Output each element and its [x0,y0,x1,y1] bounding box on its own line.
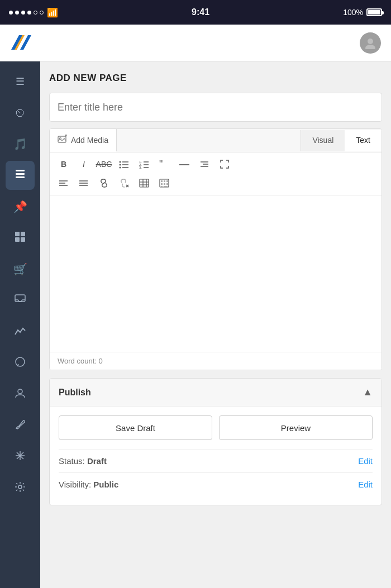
editor-container: Add Media Visual Text B I ABC [49,128,382,370]
inbox-icon [15,294,26,307]
sidebar-item-pins[interactable]: 📌 [6,192,35,221]
editor-body[interactable] [50,195,382,352]
svg-rect-56 [164,180,165,182]
sidebar-item-cart[interactable]: 🛒 [6,255,35,284]
sidebar-item-plugins[interactable] [6,442,35,471]
svg-rect-5 [16,170,25,171]
sidebar-item-users[interactable] [6,380,35,409]
publish-section: Publish ▲ Save Draft Preview Status: Dra… [49,378,382,505]
add-media-icon [58,135,68,145]
sidebar-item-analytics[interactable] [6,317,35,346]
svg-line-46 [103,183,106,184]
svg-rect-55 [161,180,163,182]
publish-header[interactable]: Publish ▲ [50,379,382,407]
status-edit-button[interactable]: Edit [358,456,373,466]
visibility-label: Visibility: Public [59,480,118,489]
wifi-icon: 📶 [47,7,58,18]
svg-rect-60 [166,183,168,185]
app-header [0,25,391,61]
users-icon [15,388,26,401]
sidebar-item-pages[interactable] [6,161,35,190]
publish-collapse-icon: ▲ [363,386,373,398]
sidebar-item-layout[interactable] [6,223,35,252]
svg-rect-8 [15,232,20,236]
dot-1 [9,11,13,15]
italic-button[interactable]: I [74,156,93,173]
special-chars-button[interactable] [155,175,174,192]
svg-text:": " [159,160,163,169]
pin-icon: 📌 [13,200,27,213]
align-right-button[interactable] [195,156,214,173]
status-right: 100% [343,8,382,17]
tab-visual[interactable]: Visual [301,130,345,151]
sidebar-item-menu[interactable]: ☰ [6,67,35,96]
align-justify-button[interactable] [74,175,93,192]
word-count: Word count: 0 [50,352,382,370]
publish-title: Publish [59,388,91,398]
layout-icon [15,231,26,245]
sidebar-item-appearance[interactable] [6,411,35,440]
status-row: Status: Draft Edit [59,449,373,472]
dot-6 [40,11,44,15]
dot-3 [21,11,25,15]
plugins-icon [15,450,26,464]
svg-point-4 [365,45,375,49]
svg-point-3 [368,39,373,44]
comments-icon [15,356,26,370]
view-tabs: Visual Text [301,130,382,151]
bold-button[interactable]: B [54,156,73,173]
sidebar-item-media[interactable]: 🎵 [6,130,35,159]
sidebar-item-comments[interactable] [6,348,35,377]
svg-point-19 [18,485,22,489]
svg-rect-9 [21,232,25,236]
preview-button[interactable]: Preview [219,415,373,440]
svg-rect-12 [15,295,25,302]
status-value: Draft [87,456,107,466]
battery-fill [368,10,380,15]
strikethrough-button[interactable]: ABC [94,156,113,173]
status-bar: 📶 9:41 100% [0,0,391,25]
align-left-button[interactable] [54,175,73,192]
page-title: ADD NEW PAGE [49,73,382,84]
visibility-edit-button[interactable]: Edit [358,480,373,489]
app-logo [10,33,34,53]
add-media-label: Add Media [71,136,108,145]
remove-link-button[interactable] [115,175,133,192]
horizontal-rule-button[interactable]: — [175,156,194,173]
svg-rect-6 [16,173,25,175]
menu-icon: ☰ [16,75,25,88]
dot-5 [34,11,37,15]
analytics-icon [15,326,26,338]
svg-rect-57 [166,180,168,182]
unordered-list-button[interactable] [115,156,133,173]
insert-table-button[interactable] [135,175,154,192]
save-draft-button[interactable]: Save Draft [59,415,212,440]
tab-text[interactable]: Text [345,130,382,151]
add-media-button[interactable]: Add Media [50,129,117,152]
signal-dots [9,11,44,15]
status-time: 9:41 [192,7,209,17]
svg-point-14 [18,389,22,394]
publish-body: Save Draft Preview Status: Draft Edit Vi… [50,407,382,505]
svg-rect-7 [16,176,25,178]
blockquote-button[interactable]: " [155,156,174,173]
dot-4 [27,11,31,15]
sidebar-item-inbox[interactable] [6,286,35,315]
svg-rect-61 [161,186,163,187]
ordered-list-button[interactable]: 1. 2. 3. [135,156,154,173]
toolbar-row-1: B I ABC [54,156,377,173]
sidebar-item-dashboard[interactable]: ⏲ [6,98,35,127]
fullscreen-button[interactable] [215,156,234,173]
insert-link-button[interactable] [94,175,113,192]
svg-text:3.: 3. [139,166,142,169]
svg-rect-49 [140,179,149,187]
visibility-row: Visibility: Public Edit [59,472,373,496]
content-area: ADD NEW PAGE Add Media [40,61,391,588]
dot-2 [15,11,19,15]
format-toolbar: B I ABC [50,152,382,195]
title-input[interactable] [49,93,382,122]
svg-rect-10 [15,237,20,242]
svg-point-26 [120,167,121,169]
sidebar-item-settings[interactable] [6,474,35,503]
user-avatar[interactable] [360,32,381,54]
